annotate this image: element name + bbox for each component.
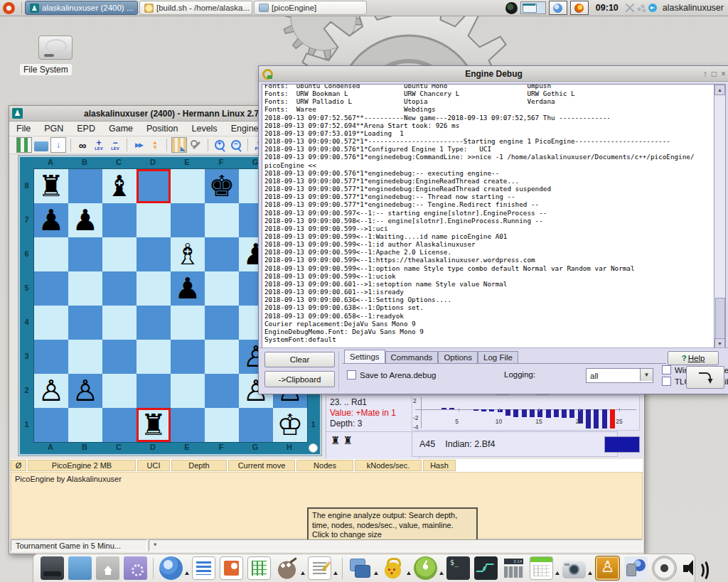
zoom-in-icon[interactable]: + — [213, 138, 227, 152]
file-system-desktop-icon[interactable] — [37, 36, 74, 64]
workspace-pager[interactable] — [520, 1, 546, 14]
square-a7[interactable]: ♟ — [34, 203, 68, 237]
taskbar-window-button[interactable]: ♟alaskalinuxuser (2400) ... — [25, 1, 138, 15]
logging-dropdown[interactable]: all ▼ — [586, 368, 653, 383]
launcher-menu-arrow-icon[interactable] — [333, 571, 338, 575]
square-a4[interactable] — [34, 306, 68, 340]
engine-column-depth[interactable]: Depth — [171, 460, 227, 471]
square-e3[interactable] — [171, 340, 205, 374]
square-f3[interactable] — [205, 340, 239, 374]
distro-menu-icon[interactable] — [3, 2, 15, 14]
square-e6[interactable]: ♗ — [171, 237, 205, 271]
square-b5[interactable] — [68, 271, 102, 306]
analysis-info-box[interactable]: 23. .. Rd1 Value: +Mate in 1 Depth: 3 — [326, 395, 418, 433]
camera-icon[interactable] — [562, 561, 586, 578]
calculator-icon[interactable] — [502, 556, 525, 580]
square-f4[interactable] — [205, 306, 239, 340]
square-e4[interactable] — [171, 306, 205, 340]
engine-column-nodes[interactable]: Nodes — [296, 460, 353, 471]
square-d6[interactable] — [136, 237, 171, 271]
home-folder-icon[interactable] — [96, 556, 119, 580]
level-minus-icon[interactable] — [108, 138, 122, 152]
bluetooth-icon[interactable] — [626, 4, 634, 12]
demo-icon[interactable] — [132, 138, 146, 152]
square-d7[interactable] — [136, 203, 171, 237]
robot-icon[interactable] — [624, 556, 648, 580]
show-desktop-icon[interactable] — [41, 556, 64, 580]
square-d1[interactable]: ♜ — [136, 408, 171, 442]
launcher-menu-arrow-icon[interactable] — [407, 571, 411, 575]
square-b6[interactable] — [68, 237, 102, 271]
lens-tray-icon[interactable] — [505, 2, 518, 14]
square-b3[interactable] — [68, 340, 102, 374]
square-e5[interactable]: ♟ — [171, 271, 205, 306]
telegram-icon[interactable] — [648, 4, 657, 12]
square-f2[interactable] — [205, 374, 239, 408]
square-a1[interactable] — [34, 408, 68, 442]
square-b8[interactable] — [68, 169, 102, 203]
square-f7[interactable] — [205, 203, 239, 237]
square-g1[interactable] — [239, 408, 273, 442]
square-d5[interactable] — [136, 271, 171, 306]
clear-button[interactable]: Clear — [264, 352, 335, 367]
file-manager-icon[interactable] — [68, 556, 92, 580]
square-c5[interactable] — [102, 271, 136, 306]
square-f5[interactable] — [205, 271, 239, 306]
flip-icon[interactable] — [148, 138, 162, 152]
engine-column-current-move[interactable]: Current move — [228, 460, 295, 471]
square-e7[interactable] — [171, 203, 205, 237]
square-a5[interactable] — [34, 271, 68, 306]
square-b4[interactable] — [68, 306, 102, 340]
taskbar-window-button[interactable]: [picoEngine] — [254, 1, 367, 15]
launcher-menu-arrow-icon[interactable] — [374, 571, 378, 575]
square-e2[interactable] — [171, 374, 205, 408]
taskbar-window-button[interactable]: [build.sh - /home/alaska... — [139, 1, 252, 15]
gimp-icon[interactable] — [275, 556, 299, 580]
menu-game[interactable]: Game — [109, 124, 133, 134]
tab-commands[interactable]: Commands — [385, 351, 439, 363]
menu-position[interactable]: Position — [146, 124, 178, 134]
redirect-arrow-button[interactable] — [686, 366, 724, 389]
menu-pgn[interactable]: PGN — [44, 124, 63, 134]
chromium-icon[interactable] — [159, 556, 183, 580]
square-f1[interactable] — [205, 408, 239, 442]
square-c2[interactable] — [102, 374, 136, 408]
square-h1[interactable]: ♔ — [273, 408, 307, 442]
square-d8[interactable] — [136, 169, 171, 203]
level-plus-icon[interactable] — [92, 138, 106, 152]
engine-debug-titlebar[interactable]: Engine Debug ↑ □ × — [259, 66, 728, 82]
new-board-icon[interactable] — [16, 137, 32, 153]
chevron-down-icon[interactable]: ▼ — [640, 369, 653, 381]
webcam-icon[interactable] — [652, 556, 677, 581]
scrollbar-thumb[interactable] — [715, 298, 725, 342]
terminal-icon[interactable] — [446, 556, 470, 580]
square-c8[interactable]: ♝ — [102, 169, 136, 203]
calc-icon[interactable] — [247, 556, 271, 580]
square-f6[interactable] — [205, 237, 239, 271]
square-c4[interactable] — [102, 306, 136, 340]
engine-column--[interactable]: Ø — [11, 460, 26, 471]
square-a3[interactable] — [34, 340, 68, 374]
engine-column-uci[interactable]: UCI — [137, 460, 170, 471]
setup-icon[interactable] — [171, 137, 187, 153]
square-e8[interactable] — [171, 169, 205, 203]
analyze-icon[interactable] — [75, 138, 90, 152]
scroll-up-icon[interactable]: ▲ — [714, 85, 725, 95]
engine-column-knodes-sec-[interactable]: kNodes/sec. — [355, 460, 422, 471]
menu-file[interactable]: File — [16, 124, 31, 134]
tab-log-file[interactable]: Log File — [478, 351, 518, 363]
tab-options[interactable]: Options — [438, 351, 478, 363]
launcher-menu-arrow-icon[interactable] — [185, 571, 189, 575]
log-scrollbar[interactable]: ▲ ▼ — [714, 84, 726, 350]
tools-icon[interactable] — [189, 138, 203, 152]
launcher-menu-arrow-icon[interactable] — [301, 571, 305, 575]
file-system-label[interactable]: File System — [20, 64, 72, 75]
arena-chess-icon[interactable] — [595, 556, 620, 581]
zoom-out-icon[interactable]: − — [229, 138, 243, 152]
launcher-menu-arrow-icon[interactable] — [588, 571, 592, 575]
captured-pieces-box[interactable]: ♜ ♜ — [326, 431, 419, 461]
menu-epd[interactable]: EPD — [77, 124, 95, 134]
square-c6[interactable] — [102, 237, 136, 271]
square-a6[interactable] — [34, 237, 68, 271]
engine-column-picoengine-2-mb[interactable]: PicoEngine 2 MB — [28, 460, 136, 471]
